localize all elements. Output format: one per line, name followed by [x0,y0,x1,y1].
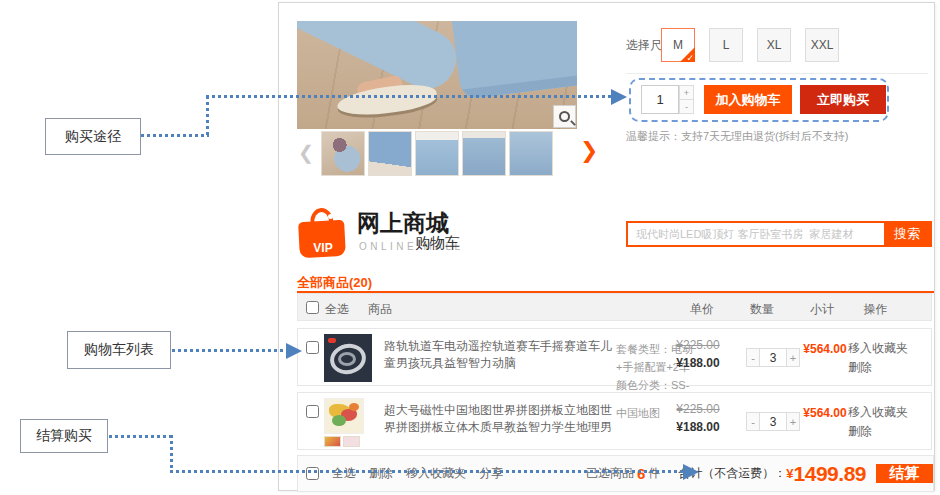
selected-items-label: 已选商品 [586,465,634,482]
footer-summary: 已选商品 6 件 合计（不含运费）： ¥ 1499.89 结算 [586,462,933,486]
connector-arrow-icon [286,343,302,359]
gallery-thumbnail-4[interactable] [462,131,506,176]
quantity-increase-button[interactable]: + [679,85,694,100]
return-policy-notice: 温馨提示：支持7天无理由退货(拆封后不支持) [626,129,848,144]
check-icon: ✓ [686,53,694,63]
page-title: 购物车 [415,234,460,253]
annotation-purchase-path: 购买途径 [45,118,141,155]
connector-line [109,435,173,438]
footer-delete[interactable]: 删除 [369,465,393,482]
connector-line [206,95,611,98]
gallery-thumbnail-3[interactable] [415,131,459,176]
gallery-thumbnail-2[interactable] [368,131,412,176]
header-select-all: 全选 [325,301,349,318]
connector-line [141,134,209,137]
gallery-thumbnail-1[interactable] [321,131,365,176]
row-1-move-to-favorites[interactable]: 移入收藏夹 [848,339,908,358]
cart-table-header: 全选 商品 单价 数量 小计 操作 [297,293,932,321]
row-2-product-title[interactable]: 超大号磁性中国地图世界拼图拼板立地图世界拼图拼板立体木质早教益智力学生地理男 [384,402,612,436]
row-1-checkbox[interactable] [306,341,319,354]
connector-line [172,349,286,352]
header-quantity: 数量 [732,301,792,318]
row-1-product-title[interactable]: 路轨轨道车电动遥控轨道赛车手摇赛道车儿童男孩玩具益智智力动脑 [384,338,612,372]
footer-move-to-favorites[interactable]: 移入收藏夹 [406,465,466,482]
footer-share[interactable]: 分享 [479,465,503,482]
annotation-checkout: 结算购买 [20,419,108,453]
magnifier-icon [559,111,570,122]
checkout-button[interactable]: 结算 [876,464,933,483]
header-unit-price: 单价 [672,301,732,318]
connector-arrow-icon [683,464,699,480]
divider [626,73,928,74]
connector-line [206,96,209,137]
annotation-cart-list-label: 购物车列表 [84,341,154,359]
size-option-xl[interactable]: XL [757,28,791,62]
tab-all-items[interactable]: 全部商品(20) [297,274,372,292]
row-1-product-image[interactable] [324,334,374,382]
search-input[interactable] [628,223,884,245]
main-panel: ❮ ❯ 选择尺码: M ✓ L XL XXL + - 加入购物车 立即购买 温馨… [278,2,935,491]
row-2-product-image[interactable] [324,398,374,446]
row-2-price: ¥188.00 [664,420,732,434]
row-1-qty-decrease[interactable]: - [746,348,760,367]
connector-line [170,435,173,472]
size-option-l-label: L [723,38,730,52]
header-product: 商品 [368,301,392,318]
search-button[interactable]: 搜索 [884,223,930,245]
search-bar: 搜索 [626,221,932,247]
footer-select-all[interactable]: 全选 [332,465,356,482]
row-2-qty-value: 3 [760,412,786,431]
row-2-checkbox[interactable] [306,405,319,418]
row-2-actions: 移入收藏夹 删除 [848,403,908,441]
row-2-qty-decrease[interactable]: - [746,412,760,431]
selected-items-count: 6 [637,465,645,482]
gallery-next-button[interactable]: ❯ [580,140,598,162]
row-1-old-price: ¥225.00 [664,338,732,352]
connector-line [170,470,684,473]
screenshot-canvas: 购买途径 购物车列表 结算购买 ❮ ❯ 选择尺码: M [0,0,940,495]
brand-logo-bag-icon: VIP [297,208,349,260]
total-amount: 1499.89 [794,462,866,486]
footer-select-all-checkbox[interactable] [306,467,319,480]
cart-row-1: 路轨轨道车电动遥控轨道赛车手摇赛道车儿童男孩玩具益智智力动脑 套餐类型：电动+手… [297,328,932,386]
size-option-xxl[interactable]: XXL [805,28,839,62]
buy-actions-highlight-box: + - 加入购物车 立即购买 [629,78,889,122]
total-currency: ¥ [786,466,793,481]
annotation-cart-list: 购物车列表 [67,331,171,369]
buy-now-button[interactable]: 立即购买 [800,85,886,114]
select-all-checkbox[interactable] [306,301,319,314]
size-option-xl-label: XL [767,38,782,52]
header-actions: 操作 [843,301,908,318]
row-1-qty-value: 3 [760,348,786,367]
cart-row-2: 超大号磁性中国地图世界拼图拼板立地图世界拼图拼板立体木质早教益智力学生地理男 中… [297,392,932,450]
row-2-old-price: ¥225.00 [664,402,732,416]
footer-bulk-actions: 全选 删除 移入收藏夹 分享 [298,465,503,482]
size-option-m[interactable]: M ✓ [661,28,695,62]
add-to-cart-button[interactable]: 加入购物车 [704,85,792,114]
connector-arrow-icon [611,89,627,105]
quantity-decrease-button[interactable]: - [679,99,694,114]
row-1-actions: 移入收藏夹 删除 [848,339,908,377]
annotation-checkout-label: 结算购买 [36,427,92,445]
zoom-button[interactable] [553,105,576,128]
quantity-stepper: + - [679,85,694,114]
size-option-l[interactable]: L [709,28,743,62]
gallery-thumbnail-5[interactable] [509,131,553,176]
size-option-xxl-label: XXL [811,38,834,52]
product-main-photo[interactable] [297,21,577,129]
row-1-delete[interactable]: 删除 [848,358,908,377]
quantity-input[interactable] [641,85,679,114]
row-1-price: ¥188.00 [664,356,732,370]
row-2-delete[interactable]: 删除 [848,422,908,441]
selected-items-unit: 件 [648,465,660,482]
gallery-prev-button[interactable]: ❮ [298,143,314,162]
row-2-move-to-favorites[interactable]: 移入收藏夹 [848,403,908,422]
annotation-purchase-path-label: 购买途径 [65,128,121,146]
brand-vip-text: VIP [297,241,349,255]
cart-footer-bar: 全选 删除 移入收藏夹 分享 已选商品 6 件 合计（不含运费）： ¥ 1499… [297,455,934,492]
